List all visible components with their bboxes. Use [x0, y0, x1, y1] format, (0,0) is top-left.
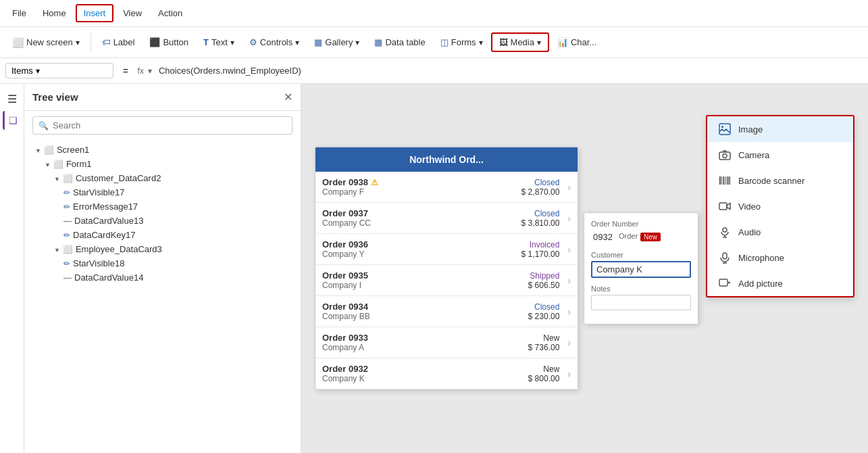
notes-field: Notes [591, 285, 691, 310]
audio-icon [718, 225, 732, 239]
order-company-0938: Company F [322, 187, 516, 197]
order-company-0934: Company BB [322, 312, 523, 321]
add-picture-icon [718, 277, 732, 290]
order-badge: New [640, 233, 661, 241]
order-amount-0937: $ 3,810.00 [521, 218, 560, 228]
collapse-icon-cdc [54, 173, 60, 183]
svg-rect-14 [723, 253, 727, 259]
tree-item-customer-dc[interactable]: ⬜ Customer_DataCard2 [24, 171, 301, 185]
media-chevron-icon [537, 37, 541, 47]
formula-input[interactable] [159, 66, 863, 76]
order-row-0937[interactable]: Order 0937 Company CC Closed $ 3,810.00 … [315, 203, 578, 234]
dropdown-item-add-picture[interactable]: Add picture [707, 270, 853, 296]
label-button[interactable]: 🏷 Label [95, 34, 142, 51]
microphone-icon [718, 251, 732, 264]
search-input[interactable] [53, 120, 286, 130]
order-amount-0935: $ 606.50 [528, 281, 560, 290]
order-amount-0938: $ 2,870.00 [521, 187, 560, 197]
order-arrow-0932: › [567, 368, 571, 379]
new-screen-chevron-icon [76, 37, 80, 47]
chart-icon: 📊 [557, 37, 568, 47]
order-row-0932[interactable]: Order 0932 Company K New $ 800.00 › [315, 358, 578, 389]
forms-icon: ◫ [440, 37, 449, 47]
property-dropdown[interactable]: Items [5, 63, 113, 78]
menu-bar: File Home Insert View Action [0, 0, 868, 27]
warning-icon-0938: ⚠ [371, 178, 378, 187]
order-amount-0932: $ 800.00 [528, 374, 560, 383]
order-company-0937: Company CC [322, 218, 516, 228]
tree-item-screen1[interactable]: ⬜ Screen1 [24, 143, 301, 157]
order-label: Order [619, 232, 638, 240]
order-row-0934[interactable]: Order 0934 Company BB Closed $ 230.00 › [315, 296, 578, 327]
menu-home[interactable]: Home [36, 5, 73, 21]
new-screen-button[interactable]: New screen [5, 34, 86, 51]
dc-icon-edc: ⬜ [63, 245, 73, 254]
tree-item-datacardvalue14[interactable]: — DataCardValue14 [24, 270, 301, 285]
dropdown-item-barcode[interactable]: Barcode scanner [707, 168, 853, 193]
dropdown-item-microphone[interactable]: Microphone [707, 245, 853, 270]
order-number-label: Order Number [591, 220, 691, 228]
gallery-button[interactable]: ▦ Gallery [307, 34, 366, 51]
media-button[interactable]: 🖼 Media [491, 32, 549, 52]
order-row-0935[interactable]: Order 0935 Company I Shipped $ 606.50 › [315, 265, 578, 296]
order-company-0933: Company A [322, 343, 523, 352]
chart-button[interactable]: 📊 Char... [551, 34, 603, 51]
text-button[interactable]: T Text [197, 34, 241, 51]
tree-item-starvisible17[interactable]: ✏ StarVisible17 [24, 185, 301, 199]
formula-bar: Items = fx [0, 58, 868, 84]
order-number-field: Order Number 0932 Order New [591, 220, 691, 244]
svg-rect-0 [719, 124, 730, 135]
tree-item-starvisible18[interactable]: ✏ StarVisible18 [24, 256, 301, 270]
tree-item-datacardvalue13[interactable]: — DataCardValue13 [24, 214, 301, 228]
menu-insert[interactable]: Insert [76, 4, 114, 22]
button-icon: ⬛ [149, 37, 160, 47]
svg-rect-6 [723, 176, 725, 185]
gallery-icon: ▦ [314, 37, 322, 47]
tree-item-form1[interactable]: ⬜ Form1 [24, 157, 301, 171]
notes-input[interactable] [591, 295, 691, 310]
order-row-0936[interactable]: Order 0936 Company Y Invoiced $ 1,170.00… [315, 234, 578, 265]
order-company-0935: Company I [322, 281, 523, 290]
sidebar-hamburger[interactable] [3, 89, 22, 108]
collapse-icon-edc [54, 244, 60, 254]
panel-close-button[interactable]: ✕ [284, 91, 292, 103]
dropdown-item-image[interactable]: Image [707, 116, 853, 142]
forms-button[interactable]: ◫ Forms [434, 34, 490, 51]
menu-file[interactable]: File [5, 5, 33, 21]
button-button[interactable]: ⬛ Button [143, 34, 195, 51]
controls-button[interactable]: ⚙ Controls [242, 34, 306, 51]
dropdown-item-camera[interactable]: Camera [707, 142, 853, 168]
order-amount-0936: $ 1,170.00 [521, 249, 560, 259]
search-icon [39, 120, 49, 130]
order-status-0937: Closed [521, 209, 560, 218]
tree-item-errormessage17[interactable]: ✏ ErrorMessage17 [24, 199, 301, 214]
collapse-icon [35, 145, 41, 155]
forms-chevron-icon [479, 37, 483, 47]
sidebar-layers[interactable] [3, 111, 22, 130]
order-num-0932: Order 0932 [322, 364, 523, 374]
tree-item-employee-dc[interactable]: ⬜ Employee_DataCard3 [24, 242, 301, 256]
order-row-0938[interactable]: Order 0938 ⚠ Company F Closed $ 2,870.00… [315, 172, 578, 203]
order-num-0937: Order 0937 [322, 208, 516, 218]
dropdown-item-audio[interactable]: Audio [707, 219, 853, 245]
customer-field: Customer [591, 251, 691, 278]
search-box [32, 116, 292, 135]
fx-chevron-icon [148, 66, 152, 76]
svg-rect-5 [721, 176, 722, 185]
customer-label: Customer [591, 251, 691, 259]
panel-header: Tree view ✕ [24, 84, 301, 111]
dropdown-item-video[interactable]: Video [707, 193, 853, 219]
svg-rect-4 [719, 176, 721, 185]
order-row-0933[interactable]: Order 0933 Company A New $ 736.00 › [315, 327, 578, 358]
notes-label: Notes [591, 285, 691, 293]
datatable-button[interactable]: ▦ Data table [367, 34, 432, 51]
formula-eq: = [123, 66, 128, 76]
customer-input[interactable] [591, 261, 691, 278]
menu-action[interactable]: Action [151, 5, 189, 21]
dc-icon: ⬜ [63, 174, 73, 183]
image-icon [718, 122, 732, 136]
menu-view[interactable]: View [116, 5, 149, 21]
hamburger-icon [7, 93, 17, 105]
tree-item-datacardkey17[interactable]: ✏ DataCardKey17 [24, 228, 301, 242]
svg-rect-9 [730, 176, 731, 185]
